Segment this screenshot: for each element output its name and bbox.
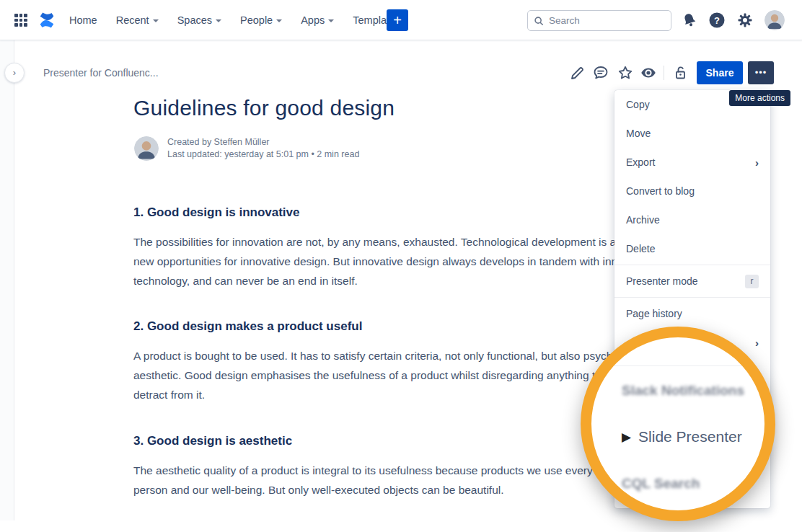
- search-input[interactable]: [549, 15, 657, 26]
- author-avatar[interactable]: [134, 136, 159, 161]
- menu-item-slack-notifications[interactable]: Slack Notifications: [622, 383, 744, 399]
- menu-item-cql-search[interactable]: CQL Search: [622, 476, 700, 492]
- chevron-right-icon: ›: [755, 157, 759, 168]
- search-icon: [534, 16, 544, 26]
- notifications-bell-icon[interactable]: [681, 12, 698, 29]
- share-button[interactable]: Share: [697, 61, 743, 84]
- section-heading: 1. Good design is innovative: [133, 205, 689, 220]
- chevron-down-icon: [328, 19, 334, 22]
- menu-separator: [614, 265, 770, 265]
- byline-created: Created by Steffen Müller: [167, 136, 359, 148]
- divider: [664, 66, 664, 80]
- breadcrumb[interactable]: Presenter for Confluenc...: [43, 67, 159, 79]
- more-actions-tooltip: More actions: [729, 90, 790, 106]
- shortcut-key-badge: r: [745, 275, 759, 288]
- confluence-logo-icon[interactable]: [37, 10, 57, 30]
- menu-separator: [614, 297, 770, 298]
- menu-item-delete[interactable]: Delete: [614, 234, 770, 263]
- menu-item-move[interactable]: Move: [614, 119, 770, 148]
- nav-recent[interactable]: Recent: [116, 14, 159, 26]
- menu-item-export[interactable]: Export›: [614, 148, 770, 177]
- byline-updated: Last updated: yesterday at 5:01 pm • 2 m…: [167, 148, 359, 161]
- menu-item-presenter-mode[interactable]: Presenter moder: [614, 267, 770, 296]
- menu-item-archive[interactable]: Archive: [614, 205, 770, 234]
- section-heading: 2. Good design makes a product useful: [133, 319, 689, 334]
- page-title: Guidelines for good design: [133, 96, 395, 120]
- menu-separator: [591, 365, 764, 366]
- menu-item-page-history[interactable]: Page history: [614, 299, 770, 328]
- comment-icon[interactable]: [592, 64, 609, 81]
- byline: Created by Steffen Müller Last updated: …: [134, 136, 359, 161]
- svg-text:?: ?: [714, 15, 720, 26]
- top-navigation-bar: Home Recent Spaces People Apps Templates…: [0, 0, 802, 40]
- menu-item-convert-to-blog[interactable]: Convert to blog: [614, 177, 770, 205]
- help-icon[interactable]: ?: [708, 12, 726, 29]
- nav-people[interactable]: People: [240, 14, 282, 26]
- chevron-down-icon: [216, 19, 221, 22]
- section-innovative: 1. Good design is innovative The possibi…: [133, 205, 689, 291]
- settings-gear-icon[interactable]: [736, 12, 754, 29]
- sidebar-expand-button[interactable]: ›: [4, 63, 25, 83]
- global-search[interactable]: [527, 10, 671, 31]
- nav-spaces[interactable]: Spaces: [177, 14, 221, 26]
- restrictions-unlock-icon[interactable]: [671, 64, 689, 81]
- favorite-star-icon[interactable]: [617, 64, 634, 81]
- nav-home[interactable]: Home: [69, 14, 97, 26]
- chevron-down-icon: [276, 19, 282, 22]
- nav-apps[interactable]: Apps: [301, 14, 334, 26]
- create-button[interactable]: +: [387, 9, 408, 31]
- chevron-right-icon: ›: [755, 337, 759, 348]
- edit-pencil-icon[interactable]: [569, 64, 586, 81]
- collapsed-sidebar: [0, 40, 14, 520]
- play-icon: ▶: [622, 430, 631, 445]
- menu-item-slide-presenter[interactable]: ▶ Slide Presenter: [622, 428, 742, 445]
- primary-nav: Home Recent Spaces People Apps Templates: [69, 0, 400, 40]
- more-actions-button[interactable]: •••: [748, 61, 774, 84]
- user-avatar[interactable]: [764, 10, 785, 30]
- app-switcher-icon[interactable]: [14, 14, 27, 27]
- watch-eye-icon[interactable]: [640, 64, 657, 81]
- chevron-down-icon: [153, 19, 159, 22]
- section-body: The possibilities for innovation are not…: [133, 232, 689, 291]
- magnifier-highlight-circle: Slack Notifications ▶ Slide Presenter CQ…: [581, 327, 775, 521]
